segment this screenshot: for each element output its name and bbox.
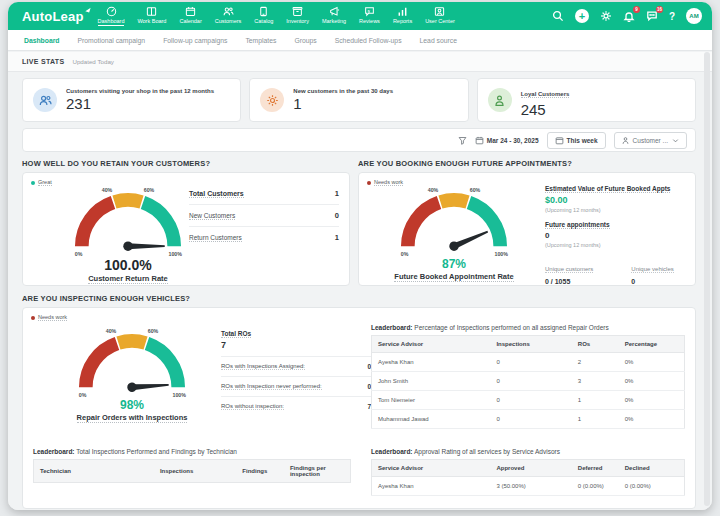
table-cell: 1 [572,410,619,429]
stat-row: Total Customers 1 [189,183,339,205]
nav-item-catalog[interactable]: Catalog [254,6,273,24]
live-stats-subtitle: Updated Today [72,58,114,65]
period-selector[interactable]: This week [547,132,606,149]
table-cell: 2 [572,353,619,372]
search-icon[interactable] [552,10,564,22]
table-header-row: Service AdvisorInspectionsROsPercentage [372,336,685,353]
unique-customers: Unique customers 0 / 1055 [545,257,593,285]
nav-item-reviews[interactable]: Reviews [359,6,380,24]
autoleap-logo[interactable]: AutoLeap [22,9,84,24]
column-header: Inspections [490,336,571,353]
stat-card-label: Customers visiting your shop in the past… [66,88,214,94]
funnel-filter-icon[interactable] [458,131,467,149]
calendar-icon [475,136,484,145]
stat-card-value: 245 [521,101,570,118]
column-header: Technician [34,460,154,483]
total-ros-value: 7 [221,340,371,350]
calendar-icon [555,136,564,145]
table-cell: 3 (50.00%) [490,477,571,496]
svg-text:100%: 100% [495,251,509,257]
stat-card-value: 1 [293,95,393,112]
settings-gear-icon[interactable] [600,10,612,22]
column-header: Service Advisor [372,336,491,353]
future-appointments-value: 0 [545,231,683,240]
tab-templates[interactable]: Templates [245,37,276,44]
svg-text:100%: 100% [169,251,183,257]
customers-icon [223,6,234,17]
people-icon [33,88,57,112]
stat-card-visiting-customers: Customers visiting your shop in the past… [22,78,241,122]
nav-right-cluster: + 9 16 ? AM [552,8,702,24]
date-range-display[interactable]: Mar 24 - 30, 2025 [475,136,539,145]
dashboard-gauge-icon [106,6,117,17]
add-plus-icon[interactable]: + [575,9,589,23]
tab-promotional-campaign[interactable]: Promotional campaign [78,37,146,44]
table-cell: 0 (0.00%) [619,477,685,496]
section-title: HOW WELL DO YOU RETAIN YOUR CUSTOMERS? [22,159,350,168]
chevron-down-icon [671,136,680,145]
booking-stats: Estimated Value of Future Booked Appts $… [545,185,683,285]
future-appointments-label: Future appointments [545,221,683,228]
nav-item-reports[interactable]: Reports [393,6,412,24]
nav-item-marketing[interactable]: Marketing [322,6,346,24]
table-cell: John Smith [372,372,491,391]
legend-label[interactable]: Needs work [38,314,67,321]
customer-filter-dropdown[interactable]: Customer ... [614,132,687,149]
gauge-needle [123,241,164,250]
messages-chat-icon[interactable]: 16 [646,10,658,22]
table-cell: 0% [619,391,685,410]
gauge-label: Customer Return Rate [43,274,213,283]
inspections-panel: Needs work 0% 40% 60% 100% [22,307,696,509]
nav-item-calendar[interactable]: Calendar [179,6,201,24]
nav-item-user-center[interactable]: User Center [425,6,455,24]
table-cell: 0 [490,372,571,391]
leaderboard-title: Leaderboard: Total Inspections Performed… [33,448,351,455]
column-header: Percentage [619,336,685,353]
estimated-value: $0.00 [545,195,683,205]
column-header: ROs [572,336,619,353]
user-avatar[interactable]: AM [686,8,702,24]
nav-item-inventory[interactable]: Inventory [286,6,309,24]
vertical-scrollbar[interactable] [704,52,710,506]
nav-item-dashboard[interactable]: Dashboard [98,6,125,26]
svg-text:60%: 60% [470,187,481,193]
svg-text:60%: 60% [144,187,155,193]
estimated-value-label: Estimated Value of Future Booked Appts [545,185,683,192]
table-cell: 0 (0.00%) [572,477,619,496]
svg-text:40%: 40% [106,328,117,334]
tab-groups[interactable]: Groups [294,37,316,44]
section-booking: ARE YOU BOOKING ENOUGH FUTURE APPOINTMEN… [358,159,696,286]
tab-scheduled-follow-ups[interactable]: Scheduled Follow-ups [335,37,402,44]
tab-follow-up-campaigns[interactable]: Follow-up campaigns [163,37,227,44]
table-cell: 1 [572,391,619,410]
nav-items: Dashboard Work Board Calendar Customers … [98,6,455,26]
unique-counts-row: Unique customers 0 / 1055 Unique vehicle… [545,257,683,285]
messages-badge: 16 [656,6,663,13]
nav-item-customers[interactable]: Customers [215,6,242,24]
gauge-legend: Needs work [31,314,67,321]
user-center-icon [434,6,445,17]
nav-item-work-board[interactable]: Work Board [137,6,166,24]
leaderboard-inspection-percentage: Leaderboard: Percentage of Inspections p… [371,324,685,429]
reports-bar-chart-icon [397,6,408,17]
table-cell: Muhammad Jawad [372,410,491,429]
help-icon[interactable]: ? [669,11,675,22]
table-cell: Tom Niemeier [372,391,491,410]
table-cell: Ayesha Khan [372,353,491,372]
stat-card-value: 231 [66,95,214,112]
live-stats-header: LIVE STATS Updated Today [8,52,712,72]
tab-lead-source[interactable]: Lead source [420,37,457,44]
section-title: ARE YOU BOOKING ENOUGH FUTURE APPOINTMEN… [358,159,696,168]
table-header-row: TechnicianInspectionsFindingsFindings pe… [34,460,351,483]
column-header: Findings [236,460,284,483]
retention-stats: Total Customers 1 New Customers 0 Return… [189,183,339,248]
notifications-bell-icon[interactable]: 9 [623,10,635,22]
stat-card-label[interactable]: Loyal Customers [521,91,570,98]
notifications-badge: 9 [633,6,640,13]
tab-dashboard[interactable]: Dashboard [24,37,60,44]
approval-rating-table: Service AdvisorApprovedDeferredDeclinedA… [371,459,685,496]
legend-dot-great [31,181,35,185]
retention-panel: Great 0% 40% 60% 100% [22,172,350,286]
marketing-megaphone-icon [329,6,340,17]
total-ros-label: Total ROs [221,330,371,337]
